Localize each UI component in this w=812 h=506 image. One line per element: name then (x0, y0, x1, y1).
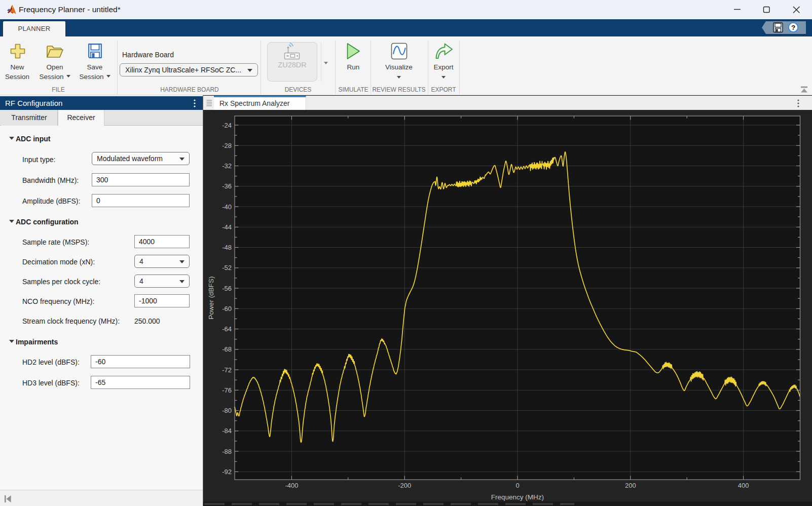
svg-text:Power (dBFS): Power (dBFS) (207, 277, 215, 320)
svg-text:-92: -92 (222, 468, 232, 476)
svg-text:-40: -40 (222, 203, 232, 211)
svg-text:Frequency (MHz): Frequency (MHz) (491, 493, 544, 501)
svg-text:-88: -88 (222, 448, 232, 455)
svg-text:?: ? (791, 24, 795, 31)
svg-text:-200: -200 (398, 482, 411, 489)
svg-text:200: 200 (625, 482, 636, 489)
svg-text:-24: -24 (222, 122, 232, 129)
svg-text:-48: -48 (222, 244, 232, 251)
svg-text:-68: -68 (222, 345, 232, 353)
svg-text:-84: -84 (222, 427, 232, 435)
svg-text:-44: -44 (222, 223, 232, 231)
svg-text:-64: -64 (222, 325, 232, 333)
svg-text:-72: -72 (222, 366, 232, 374)
svg-text:-76: -76 (222, 386, 232, 394)
svg-text:400: 400 (738, 482, 749, 489)
svg-text:-56: -56 (222, 285, 232, 292)
svg-text:0: 0 (515, 482, 519, 489)
svg-text:-28: -28 (222, 142, 232, 149)
svg-text:-52: -52 (222, 264, 232, 271)
svg-text:-400: -400 (285, 482, 298, 489)
svg-text:-80: -80 (222, 407, 232, 414)
svg-text:-60: -60 (222, 305, 232, 313)
svg-text:-32: -32 (222, 162, 232, 170)
svg-text:-36: -36 (222, 182, 232, 190)
